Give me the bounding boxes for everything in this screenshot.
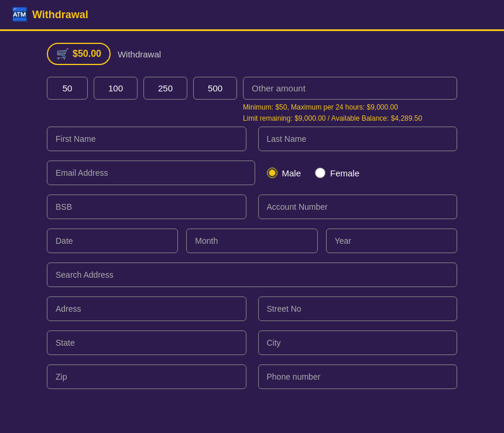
city-input[interactable]	[258, 330, 458, 355]
other-amount-section: Minimum: $50, Maximum per 24 hours: $9,0…	[243, 77, 457, 124]
female-radio-label[interactable]: Female	[315, 168, 359, 178]
amount-btn-500[interactable]: 500	[193, 77, 237, 100]
female-radio[interactable]	[315, 168, 325, 178]
limit-line1: Minimum: $50, Maximum per 24 hours: $9,0…	[243, 102, 457, 113]
male-radio[interactable]	[267, 168, 277, 178]
male-label: Male	[282, 168, 301, 178]
amount-btn-50[interactable]: 50	[47, 77, 88, 100]
amount-badge[interactable]: 🛒 $50.00	[47, 43, 111, 65]
search-address-input[interactable]	[47, 262, 457, 287]
street-no-input[interactable]	[258, 296, 458, 321]
male-radio-label[interactable]: Male	[267, 168, 301, 178]
amount-buttons-group: 50 100 250 500	[47, 77, 237, 100]
name-row	[47, 127, 457, 151]
last-name-input[interactable]	[258, 127, 458, 151]
email-gender-row: Male Female	[47, 161, 457, 185]
header-title: Withdrawal	[32, 9, 88, 21]
amount-row: 🛒 $50.00 Withdrawal	[47, 43, 457, 65]
bank-row	[47, 195, 457, 219]
female-label: Female	[330, 168, 359, 178]
main-content: 🛒 $50.00 Withdrawal 50 100 250 500 Minim…	[0, 31, 504, 410]
state-city-row	[47, 330, 457, 355]
withdrawal-label: Withdrawal	[118, 49, 161, 59]
other-amount-input[interactable]	[243, 77, 457, 100]
amount-btn-250[interactable]: 250	[143, 77, 187, 100]
phone-input[interactable]	[258, 364, 458, 389]
zip-input[interactable]	[47, 364, 246, 389]
bsb-input[interactable]	[47, 195, 246, 219]
year-input[interactable]	[326, 229, 457, 253]
zip-phone-row	[47, 364, 457, 389]
gender-group: Male Female	[267, 161, 458, 185]
first-name-input[interactable]	[47, 127, 246, 151]
address-row	[47, 296, 457, 321]
amount-badge-value: $50.00	[73, 49, 101, 59]
cart-icon: 🛒	[56, 47, 69, 60]
limit-line2: Limit remaining: $9,000.00 / Available B…	[243, 113, 457, 124]
withdrawal-icon: 🏧	[12, 7, 28, 22]
date-row	[47, 229, 457, 253]
email-input[interactable]	[47, 161, 255, 185]
state-input[interactable]	[47, 330, 246, 355]
address-input[interactable]	[47, 296, 246, 321]
limit-info: Minimum: $50, Maximum per 24 hours: $9,0…	[243, 102, 457, 124]
month-input[interactable]	[186, 229, 317, 253]
amount-section: 50 100 250 500 Minimum: $50, Maximum per…	[47, 77, 457, 124]
account-number-input[interactable]	[258, 195, 458, 219]
amount-btn-100[interactable]: 100	[94, 77, 138, 100]
header: 🏧 Withdrawal	[0, 0, 504, 31]
date-input[interactable]	[47, 229, 178, 253]
